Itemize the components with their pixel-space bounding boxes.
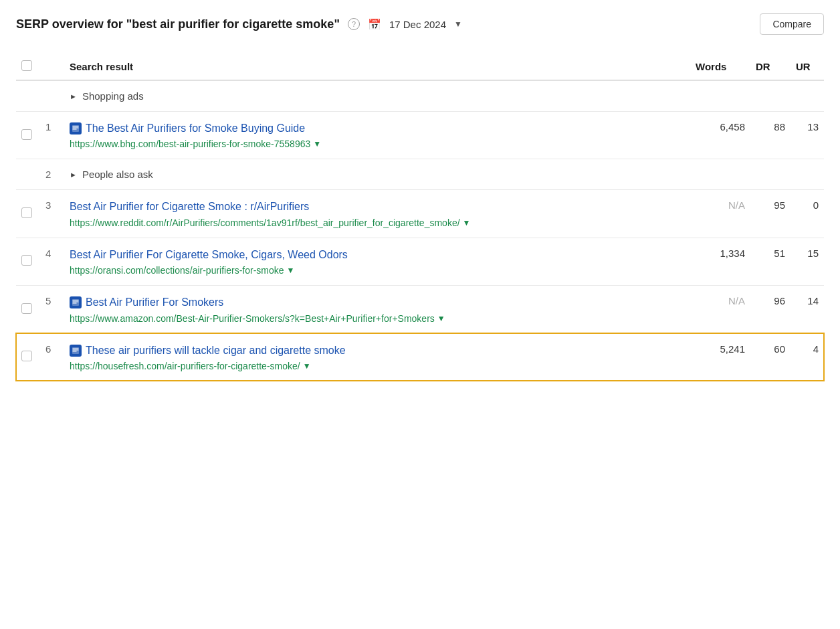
result-url-row: https://www.bhg.com/best-air-purifiers-f… bbox=[70, 139, 685, 149]
td-dr bbox=[750, 80, 791, 112]
compare-button[interactable]: Compare bbox=[760, 13, 824, 35]
result-url-link[interactable]: https://www.amazon.com/Best-Air-Purifier… bbox=[70, 313, 435, 324]
table-row: 6 These air purifiers will tackle cigar … bbox=[16, 333, 824, 381]
url-dropdown-icon[interactable]: ▼ bbox=[463, 218, 471, 228]
special-label: Shopping ads bbox=[82, 90, 144, 102]
td-checkbox bbox=[16, 238, 40, 285]
td-result: ► People also ask bbox=[64, 159, 690, 190]
td-checkbox bbox=[16, 112, 40, 159]
table-row: ► Shopping ads bbox=[16, 80, 824, 112]
url-dropdown-icon[interactable]: ▼ bbox=[303, 361, 311, 371]
table-row: 2 ► People also ask bbox=[16, 159, 824, 190]
url-dropdown-icon[interactable]: ▼ bbox=[437, 314, 445, 323]
special-content: ► Shopping ads bbox=[70, 90, 685, 102]
result-url-link[interactable]: https://housefresh.com/air-purifiers-for… bbox=[70, 361, 300, 371]
td-checkbox bbox=[16, 286, 40, 333]
td-rank: 1 bbox=[40, 112, 64, 159]
td-rank: 5 bbox=[40, 286, 64, 333]
td-ur bbox=[791, 159, 824, 190]
td-ur: 4 bbox=[791, 333, 824, 381]
table-row: 4 Best Air Purifier For Cigarette Smoke,… bbox=[16, 238, 824, 285]
page-icon bbox=[70, 345, 82, 357]
td-words: N/A bbox=[690, 190, 750, 238]
td-words bbox=[690, 159, 750, 190]
words-value: 5,241 bbox=[720, 343, 745, 355]
page-icon bbox=[70, 296, 82, 308]
result-url-link[interactable]: https://www.reddit.com/r/AirPurifiers/co… bbox=[70, 217, 460, 228]
result-title-text: These air purifiers will tackle cigar an… bbox=[86, 343, 346, 358]
row-checkbox[interactable] bbox=[21, 255, 32, 266]
expand-arrow-icon[interactable]: ► bbox=[70, 92, 77, 100]
td-words: 1,334 bbox=[690, 238, 750, 285]
td-words: 6,458 bbox=[690, 112, 750, 159]
td-ur bbox=[791, 80, 824, 112]
row-checkbox[interactable] bbox=[21, 303, 32, 314]
special-label: People also ask bbox=[82, 169, 153, 180]
td-dr bbox=[750, 159, 791, 190]
th-search-result: Search result bbox=[64, 54, 690, 80]
page-title: SERP overview for "best air purifier for… bbox=[16, 17, 340, 31]
td-rank: 3 bbox=[40, 190, 64, 238]
td-dr: 88 bbox=[750, 112, 791, 159]
special-content: ► People also ask bbox=[70, 169, 685, 180]
result-title-link[interactable]: Best Air Purifier For Cigarette Smoke, C… bbox=[70, 248, 685, 262]
td-result: The Best Air Purifiers for Smoke Buying … bbox=[64, 112, 690, 159]
expand-arrow-icon[interactable]: ► bbox=[70, 171, 77, 179]
td-ur: 13 bbox=[791, 112, 824, 159]
result-url-link[interactable]: https://oransi.com/collections/air-purif… bbox=[70, 265, 284, 276]
td-rank: 2 bbox=[40, 159, 64, 190]
select-all-checkbox[interactable] bbox=[21, 60, 32, 71]
td-result: Best Air Purifier For Smokers https://ww… bbox=[64, 286, 690, 333]
help-icon[interactable]: ? bbox=[348, 18, 360, 30]
row-checkbox[interactable] bbox=[21, 207, 32, 218]
calendar-icon: 📅 bbox=[368, 18, 381, 31]
td-ur: 15 bbox=[791, 238, 824, 285]
result-url-row: https://housefresh.com/air-purifiers-for… bbox=[70, 361, 685, 371]
td-ur: 14 bbox=[791, 286, 824, 333]
td-checkbox bbox=[16, 333, 40, 381]
date-label: 17 Dec 2024 bbox=[389, 19, 446, 30]
result-title-text: Best Air Purifier For Smokers bbox=[86, 295, 223, 310]
result-title-text: Best Air Purifier for Cigarette Smoke : … bbox=[70, 199, 309, 214]
td-result: ► Shopping ads bbox=[64, 80, 690, 112]
words-value: N/A bbox=[728, 295, 745, 306]
serp-table: Search result Words DR UR ► bbox=[16, 54, 824, 381]
td-words: N/A bbox=[690, 286, 750, 333]
td-checkbox bbox=[16, 190, 40, 238]
table-row: 5 Best Air Purifier For Smokers https://… bbox=[16, 286, 824, 333]
row-checkbox[interactable] bbox=[21, 351, 32, 361]
url-dropdown-icon[interactable]: ▼ bbox=[313, 139, 321, 149]
words-value: 6,458 bbox=[720, 121, 745, 132]
td-rank: 6 bbox=[40, 333, 64, 381]
td-result: Best Air Purifier for Cigarette Smoke : … bbox=[64, 190, 690, 238]
words-value: N/A bbox=[728, 199, 745, 211]
result-title-link[interactable]: Best Air Purifier For Smokers bbox=[70, 295, 685, 310]
td-words: 5,241 bbox=[690, 333, 750, 381]
result-url-link[interactable]: https://www.bhg.com/best-air-purifiers-f… bbox=[70, 139, 310, 149]
th-words: Words bbox=[690, 54, 750, 80]
td-checkbox bbox=[16, 80, 40, 112]
td-words bbox=[690, 80, 750, 112]
td-rank: 4 bbox=[40, 238, 64, 285]
words-value: 1,334 bbox=[720, 248, 745, 259]
td-dr: 60 bbox=[750, 333, 791, 381]
result-url-row: https://www.amazon.com/Best-Air-Purifier… bbox=[70, 313, 685, 324]
td-result: These air purifiers will tackle cigar an… bbox=[64, 333, 690, 381]
td-dr: 95 bbox=[750, 190, 791, 238]
td-result: Best Air Purifier For Cigarette Smoke, C… bbox=[64, 238, 690, 285]
th-dr: DR bbox=[750, 54, 791, 80]
result-title-link[interactable]: These air purifiers will tackle cigar an… bbox=[70, 343, 685, 358]
td-ur: 0 bbox=[791, 190, 824, 238]
table-row: 1 The Best Air Purifiers for Smoke Buyin… bbox=[16, 112, 824, 159]
date-dropdown-arrow[interactable]: ▼ bbox=[454, 19, 462, 29]
table-header-row: Search result Words DR UR bbox=[16, 54, 824, 80]
td-dr: 96 bbox=[750, 286, 791, 333]
row-checkbox[interactable] bbox=[21, 129, 32, 140]
result-title-link[interactable]: Best Air Purifier for Cigarette Smoke : … bbox=[70, 199, 685, 214]
url-dropdown-icon[interactable]: ▼ bbox=[287, 266, 295, 275]
table-row: 3 Best Air Purifier for Cigarette Smoke … bbox=[16, 190, 824, 238]
result-url-row: https://www.reddit.com/r/AirPurifiers/co… bbox=[70, 217, 685, 228]
result-title-link[interactable]: The Best Air Purifiers for Smoke Buying … bbox=[70, 121, 685, 136]
page-icon bbox=[70, 122, 82, 134]
result-title-text: The Best Air Purifiers for Smoke Buying … bbox=[86, 121, 305, 136]
